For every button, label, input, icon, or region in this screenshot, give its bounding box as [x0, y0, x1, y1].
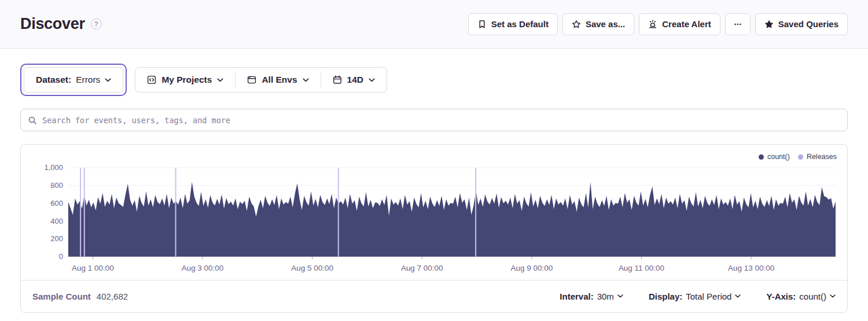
projects-dropdown[interactable]: My Projects [135, 68, 235, 92]
main-content: Dataset: Errors My Projects All Envs 14D [0, 49, 868, 313]
display-value: Total Period [686, 292, 731, 301]
calendar-icon [333, 75, 342, 84]
chevron-down-icon [369, 78, 375, 82]
count-series-dot [759, 154, 764, 160]
search-bar [20, 109, 848, 131]
svg-text:400: 400 [50, 217, 63, 226]
legend-count-label: count() [767, 153, 790, 161]
legend-releases-label: Releases [807, 153, 837, 161]
interval-value: 30m [597, 292, 614, 301]
create-alert-label: Create Alert [662, 19, 711, 29]
display-dropdown[interactable]: Display: Total Period [649, 292, 741, 301]
page-title: Discover [20, 15, 85, 33]
chevron-down-icon [830, 294, 836, 298]
svg-text:Aug 11 00:00: Aug 11 00:00 [619, 264, 664, 272]
svg-text:Aug 9 00:00: Aug 9 00:00 [511, 264, 553, 272]
projects-label: My Projects [161, 75, 212, 85]
search-input[interactable] [42, 116, 840, 125]
display-label: Display: [649, 292, 682, 301]
sample-count-value: 402,682 [97, 292, 128, 301]
sample-count: Sample Count 402,682 [32, 292, 128, 301]
set-as-default-label: Set as Default [491, 19, 549, 29]
interval-dropdown[interactable]: Interval: 30m [560, 292, 623, 301]
create-alert-button[interactable]: Create Alert [639, 13, 720, 35]
set-as-default-button[interactable]: Set as Default [468, 13, 558, 35]
siren-icon [648, 20, 657, 29]
legend-item-releases[interactable]: Releases [798, 153, 837, 161]
help-icon[interactable]: ? [91, 19, 102, 29]
svg-text:Aug 7 00:00: Aug 7 00:00 [401, 264, 443, 272]
svg-text:600: 600 [50, 199, 63, 208]
header-actions: Set as Default Save as... Create Alert S… [468, 13, 848, 35]
ellipsis-icon [733, 20, 742, 29]
star-outline-icon [572, 20, 581, 29]
save-as-label: Save as... [586, 19, 625, 29]
chart-controls: Interval: 30m Display: Total Period Y-Ax… [560, 292, 836, 301]
dataset-value: Errors [76, 75, 100, 85]
environments-dropdown[interactable]: All Envs [236, 68, 320, 92]
dataset-label: Dataset: [36, 75, 71, 85]
chart-card-footer: Sample Count 402,682 Interval: 30m Displ… [21, 280, 847, 312]
svg-text:Aug 3 00:00: Aug 3 00:00 [182, 264, 224, 272]
projects-icon [147, 75, 156, 84]
svg-text:200: 200 [50, 234, 63, 243]
dataset-selector-highlight: Dataset: Errors [20, 64, 127, 96]
chevron-down-icon [217, 78, 223, 82]
chevron-down-icon [105, 78, 111, 82]
saved-queries-label: Saved Queries [778, 19, 838, 29]
yaxis-dropdown[interactable]: Y-Axis: count() [766, 292, 836, 301]
more-options-button[interactable] [725, 13, 751, 35]
interval-label: Interval: [560, 292, 593, 301]
top-bar: Discover ? Set as Default Save as... Cre… [0, 0, 868, 49]
chevron-down-icon [735, 294, 741, 298]
chart-card: count() Releases 02004006008001,000Aug 1… [20, 144, 848, 313]
search-icon [28, 116, 37, 125]
svg-text:1,000: 1,000 [44, 163, 62, 172]
svg-text:800: 800 [50, 181, 63, 190]
save-as-button[interactable]: Save as... [562, 13, 634, 35]
environments-label: All Envs [262, 75, 297, 85]
saved-queries-button[interactable]: Saved Queries [755, 13, 848, 35]
svg-text:Aug 5 00:00: Aug 5 00:00 [291, 264, 333, 272]
window-icon [247, 75, 256, 84]
dataset-dropdown[interactable]: Dataset: Errors [24, 67, 123, 93]
chevron-down-icon [617, 294, 623, 298]
yaxis-label: Y-Axis: [766, 292, 796, 301]
date-range-label: 14D [347, 75, 363, 85]
svg-text:Aug 13 00:00: Aug 13 00:00 [728, 264, 774, 272]
svg-text:Aug 1 00:00: Aug 1 00:00 [72, 264, 114, 272]
page-filter-group: My Projects All Envs 14D [135, 67, 387, 93]
svg-text:0: 0 [59, 252, 63, 261]
chart-legend: count() Releases [759, 153, 837, 161]
star-filled-icon [764, 20, 774, 29]
filter-row: Dataset: Errors My Projects All Envs 14D [20, 64, 848, 96]
bookmark-icon [477, 20, 487, 29]
yaxis-value: count() [799, 292, 826, 301]
sample-count-label: Sample Count [32, 292, 91, 301]
releases-series-dot [798, 154, 803, 160]
chart-area[interactable]: 02004006008001,000Aug 1 00:00Aug 3 00:00… [21, 145, 847, 280]
chevron-down-icon [303, 78, 309, 82]
area-chart-svg: 02004006008001,000Aug 1 00:00Aug 3 00:00… [30, 162, 838, 278]
legend-item-count[interactable]: count() [759, 153, 790, 161]
date-range-dropdown[interactable]: 14D [321, 68, 387, 92]
